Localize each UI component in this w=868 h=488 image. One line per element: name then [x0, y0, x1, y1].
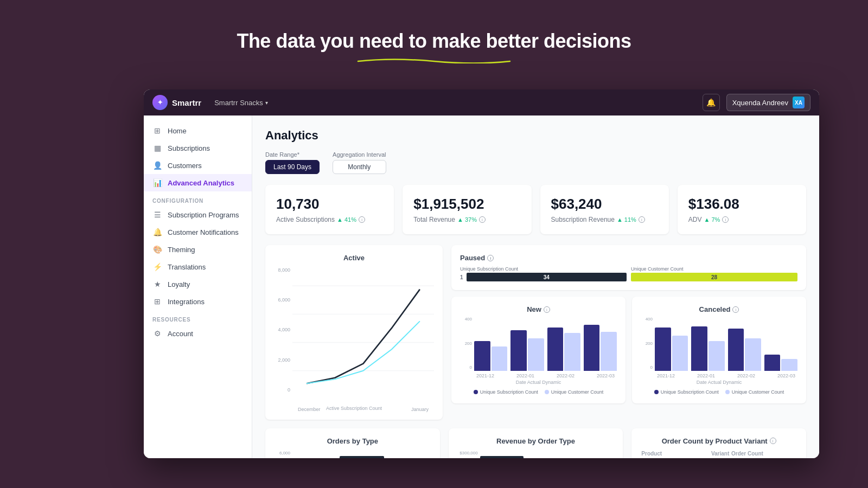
- loyalty-icon: ★: [152, 280, 162, 288]
- cancelled-bar-group-3: [728, 329, 761, 371]
- new-bar-dark-2: [510, 330, 527, 371]
- new-cancelled-row: New i 4002000: [451, 297, 806, 403]
- c-cust-dot: [725, 390, 730, 394]
- sidebar-item-account[interactable]: ⚙ Account: [144, 325, 252, 342]
- customer-notifications-icon: 🔔: [152, 228, 162, 236]
- paused-header: Paused i: [460, 254, 797, 262]
- active-chart-area: 8,000 6,000 4,000 2,000 0: [274, 267, 434, 403]
- store-selector[interactable]: Smartrr Snacks ▾: [210, 97, 272, 109]
- y-0: 0: [274, 387, 290, 393]
- sidebar-label-subscription-programs: Subscription Programs: [168, 211, 239, 219]
- y-6000: 6,000: [274, 297, 290, 303]
- new-bar-light-3: [564, 333, 580, 371]
- obt-bar-2: [340, 456, 385, 458]
- c-sub-label: Unique Subscription Count: [661, 389, 719, 395]
- info-icon-sub-revenue: i: [639, 216, 645, 223]
- agg-filter-button[interactable]: Monthly: [333, 160, 386, 174]
- new-bar-group-2: [510, 330, 544, 371]
- user-badge[interactable]: Xquenda Andreev XA: [726, 94, 810, 111]
- cancelled-chart-body: 4002000: [641, 317, 797, 378]
- info-icon-adv: i: [722, 216, 729, 223]
- sidebar-item-loyalty[interactable]: ★ Loyalty: [144, 275, 252, 293]
- info-icon-active: i: [359, 216, 365, 223]
- logo-text: Smartrr: [172, 98, 201, 107]
- x-january: January: [411, 407, 429, 412]
- new-legend: Unique Subscription Count Unique Custome…: [460, 389, 617, 395]
- new-bar-dark-1: [474, 341, 490, 371]
- sidebar-label-account: Account: [168, 330, 193, 338]
- sidebar-item-customer-notifications[interactable]: 🔔 Customer Notifications: [144, 223, 252, 241]
- col-variant: Variant: [711, 451, 730, 458]
- paused-cust-label: Unique Customer Count: [631, 266, 797, 272]
- cancelled-bar-group-4: [764, 355, 797, 371]
- cancelled-bar-light-2: [709, 341, 725, 371]
- hero-title: The data you need to make better decisio…: [0, 30, 868, 53]
- sidebar-item-theming[interactable]: 🎨 Theming: [144, 241, 252, 258]
- revenue-by-order-card: Revenue by Order Type $300,000: [449, 428, 623, 458]
- paused-sub-bar: 34: [467, 273, 627, 281]
- bell-button[interactable]: 🔔: [703, 94, 720, 111]
- cancelled-x-title: Date Actual Dynamic: [641, 380, 797, 385]
- sidebar-item-translations[interactable]: ⚡ Translations: [144, 258, 252, 275]
- subscription-programs-icon: ☰: [152, 210, 162, 219]
- sidebar-item-customers[interactable]: 👤 Customers: [144, 157, 252, 174]
- integrations-icon: ⊞: [152, 297, 162, 306]
- stat-card-adv: $136.08 ADV ▲ 7% i: [678, 185, 806, 234]
- cancelled-bars-wrapper: 2021-122022-012022-022022-03: [655, 317, 797, 378]
- cancelled-bars: [655, 317, 797, 371]
- up-arrow-revenue: ▲ 37%: [457, 216, 477, 223]
- cancelled-bar-group-2: [691, 326, 724, 371]
- y-4000: 4,000: [274, 327, 290, 332]
- sidebar-label-customers: Customers: [168, 162, 202, 170]
- hero-underline: [355, 56, 513, 63]
- new-bar-light-4: [601, 332, 617, 371]
- paused-bars-row: Unique Subscription Count 1 34 Unique Cu…: [460, 266, 797, 281]
- order-count-title-row: Order Count by Product Variant i: [640, 437, 797, 445]
- right-charts: Paused i Unique Subscription Count 1 34: [451, 245, 806, 420]
- new-chart-title-row: New i: [460, 305, 617, 313]
- account-icon: ⚙: [152, 329, 162, 338]
- sidebar-label-home: Home: [168, 127, 187, 135]
- user-name: Xquenda Andreev: [732, 99, 788, 107]
- stats-grid: 10,730 Active Subscriptions ▲ 41% i $1,9…: [265, 185, 806, 234]
- rbot-chart: $300,000: [457, 451, 615, 458]
- sidebar-item-integrations[interactable]: ⊞ Integrations: [144, 293, 252, 310]
- new-info-icon: i: [544, 306, 550, 313]
- date-filter-button[interactable]: Last 90 Days: [265, 160, 320, 174]
- orders-by-type-title: Orders by Type: [274, 437, 431, 445]
- stat-card-active-subs: 10,730 Active Subscriptions ▲ 41% i: [265, 185, 394, 234]
- y-8000: 8,000: [274, 267, 290, 273]
- col-count: Order Count: [731, 451, 796, 458]
- cancelled-legend-sub: Unique Subscription Count: [654, 389, 719, 395]
- sidebar-item-advanced-analytics[interactable]: 📊 Advanced Analytics: [144, 174, 252, 191]
- sidebar-item-subscription-programs[interactable]: ☰ Subscription Programs: [144, 206, 252, 223]
- filter-row: Date Range* Last 90 Days Aggregation Int…: [265, 151, 806, 174]
- obt-bars: [292, 451, 431, 458]
- cancelled-bar-dark-3: [728, 329, 744, 371]
- logo-area: ✦ Smartrr: [152, 95, 201, 110]
- new-y-labels: 4002000: [460, 317, 472, 378]
- new-legend-cust: Unique Customer Count: [545, 389, 604, 395]
- sidebar-label-loyalty: Loyalty: [168, 280, 190, 288]
- app-window: ✦ Smartrr Smartrr Snacks ▾ 🔔 Xquenda And…: [144, 89, 819, 458]
- analytics-icon: 📊: [152, 178, 162, 187]
- paused-chart-card: Paused i Unique Subscription Count 1 34: [451, 245, 806, 290]
- new-bar-dark-4: [584, 325, 600, 371]
- stat-card-sub-revenue: $63,240 Subscription Revenue ▲ 11% i: [540, 185, 669, 234]
- new-bar-light-1: [492, 346, 508, 371]
- stat-value-total-revenue: $1,915,502: [413, 196, 520, 213]
- sidebar-label-translations: Translations: [168, 263, 206, 271]
- x-december: December: [298, 407, 321, 412]
- sidebar-item-subscriptions[interactable]: ▦ Subscriptions: [144, 139, 252, 157]
- cancelled-x-axis: 2021-122022-012022-022022-03: [655, 373, 797, 378]
- order-count-title: Order Count by Product Variant: [662, 437, 768, 445]
- user-initials: XA: [795, 100, 802, 106]
- new-chart-title: New: [527, 305, 541, 313]
- cancelled-bar-group-1: [655, 328, 688, 371]
- topbar: ✦ Smartrr Smartrr Snacks ▾ 🔔 Xquenda And…: [144, 89, 819, 115]
- y-axis-labels: 8,000 6,000 4,000 2,000 0: [274, 267, 290, 403]
- sidebar-item-home[interactable]: ⊞ Home: [144, 122, 252, 139]
- new-x-axis: 2021-122022-012022-022022-03: [474, 373, 617, 378]
- date-filter-group: Date Range* Last 90 Days: [265, 151, 320, 174]
- cancelled-bar-light-4: [781, 359, 797, 371]
